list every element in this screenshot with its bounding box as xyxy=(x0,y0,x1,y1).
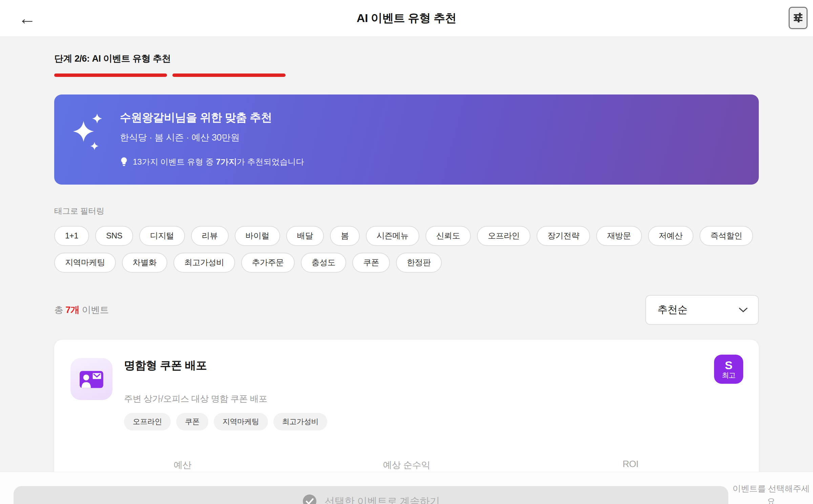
event-tag-chip: 오프라인 xyxy=(124,413,171,430)
selection-hint-text: 이벤트를 선택해주세요 xyxy=(732,482,810,504)
filter-tag-pill[interactable]: 리뷰 xyxy=(191,226,229,246)
event-count-value: 7개 xyxy=(66,305,80,315)
filter-tag-pill[interactable]: 신뢰도 xyxy=(425,226,471,246)
contact-coupon-icon xyxy=(70,358,112,400)
top-app-bar: ← AI 이벤트 유형 추천 xyxy=(0,0,813,37)
filter-tag-pill[interactable]: SNS xyxy=(95,226,133,246)
lightbulb-icon xyxy=(120,157,128,167)
page-title: AI 이벤트 유형 추천 xyxy=(357,10,456,26)
progress-segment xyxy=(646,74,759,77)
main-content: 단계 2/6: AI 이벤트 유형 추천 수원왕갈비님을 위한 맞춤 추천 한식… xyxy=(0,52,813,504)
event-count-text: 총 7개 이벤트 xyxy=(54,304,109,316)
filter-tag-pill[interactable]: 쿠폰 xyxy=(352,253,390,273)
event-description: 주변 상가/오피스 대상 명함 쿠폰 배포 xyxy=(124,393,327,405)
banner-subtitle: 한식당 · 봄 시즌 · 예산 30만원 xyxy=(120,131,304,144)
filter-settings-button[interactable] xyxy=(789,7,808,29)
progress-segment xyxy=(527,74,640,77)
continue-button[interactable]: 선택한 이벤트로 계속하기 xyxy=(14,486,728,504)
check-circle-icon xyxy=(302,494,317,504)
banner-info-text: 13가지 이벤트 유형 중 7가지가 추천되었습니다 xyxy=(133,156,304,167)
filter-tag-pill[interactable]: 차별화 xyxy=(122,253,168,273)
banner-title: 수원왕갈비님을 위한 맞춤 추천 xyxy=(120,110,304,125)
filter-tag-pill[interactable]: 장기전략 xyxy=(537,226,590,246)
filter-tag-pill[interactable]: 추가주문 xyxy=(241,253,295,273)
filter-tag-pill[interactable]: 봄 xyxy=(330,226,360,246)
progress-segment xyxy=(54,74,167,77)
list-header: 총 7개 이벤트 추천순 xyxy=(54,295,759,325)
tune-icon xyxy=(792,12,804,25)
stat-label: 예산 xyxy=(173,459,191,471)
filter-tag-list: 1+1SNS디지털리뷰바이럴배달봄시즌메뉴신뢰도오프라인장기전략재방문저예산즉석… xyxy=(54,226,759,273)
grade-letter: S xyxy=(725,359,733,371)
progress-segment xyxy=(409,74,522,77)
filter-tag-pill[interactable]: 한정판 xyxy=(396,253,442,273)
filter-tag-pill[interactable]: 재방문 xyxy=(596,226,642,246)
sort-select-value: 추천순 xyxy=(658,303,688,317)
banner-text-block: 수원왕갈비님을 위한 맞춤 추천 한식당 · 봄 시즌 · 예산 30만원 13… xyxy=(120,110,304,167)
event-card-text: 명함형 쿠폰 배포 주변 상가/오피스 대상 명함 쿠폰 배포 오프라인쿠폰지역… xyxy=(124,358,327,430)
event-tag-chip: 쿠폰 xyxy=(176,413,208,430)
filter-tag-pill[interactable]: 충성도 xyxy=(301,253,347,273)
filter-tag-pill[interactable]: 최고가성비 xyxy=(173,253,235,273)
tag-filter-label: 태그로 필터링 xyxy=(54,206,759,216)
ai-recommendation-banner: 수원왕갈비님을 위한 맞춤 추천 한식당 · 봄 시즌 · 예산 30만원 13… xyxy=(54,94,759,185)
bottom-action-bar: 선택한 이벤트로 계속하기 이벤트를 선택해주세요 xyxy=(0,472,813,504)
filter-tag-pill[interactable]: 1+1 xyxy=(54,226,89,246)
filter-tag-pill[interactable]: 디지털 xyxy=(139,226,185,246)
filter-tag-pill[interactable]: 시즌메뉴 xyxy=(366,226,419,246)
sort-select[interactable]: 추천순 xyxy=(645,295,759,325)
filter-tag-pill[interactable]: 바이럴 xyxy=(235,226,280,246)
step-progress-bar xyxy=(54,74,759,77)
event-tag-chip: 최고가성비 xyxy=(273,413,328,430)
chevron-down-icon xyxy=(738,307,748,313)
continue-button-label: 선택한 이벤트로 계속하기 xyxy=(325,495,440,504)
progress-segment xyxy=(172,74,285,77)
banner-info-line: 13가지 이벤트 유형 중 7가지가 추천되었습니다 xyxy=(120,156,304,167)
filter-tag-pill[interactable]: 배달 xyxy=(286,226,324,246)
filter-tag-pill[interactable]: 지역마케팅 xyxy=(54,253,116,273)
grade-label: 최고 xyxy=(722,372,735,379)
event-tag-list: 오프라인쿠폰지역마케팅최고가성비 xyxy=(124,413,327,430)
filter-tag-pill[interactable]: 즉석할인 xyxy=(700,226,753,246)
step-progress-label: 단계 2/6: AI 이벤트 유형 추천 xyxy=(54,52,759,65)
event-card-head: 명함형 쿠폰 배포 주변 상가/오피스 대상 명함 쿠폰 배포 오프라인쿠폰지역… xyxy=(70,358,743,430)
progress-segment xyxy=(291,74,404,77)
event-title: 명함형 쿠폰 배포 xyxy=(124,358,327,373)
sparkles-icon xyxy=(73,113,107,153)
filter-tag-pill[interactable]: 오프라인 xyxy=(477,226,530,246)
stat-label: 예상 순수익 xyxy=(383,459,430,471)
grade-badge: S 최고 xyxy=(714,355,743,384)
stat-label: ROI xyxy=(623,459,639,469)
back-button[interactable]: ← xyxy=(15,8,39,28)
filter-tag-pill[interactable]: 저예산 xyxy=(648,226,694,246)
event-tag-chip: 지역마케팅 xyxy=(214,413,268,430)
